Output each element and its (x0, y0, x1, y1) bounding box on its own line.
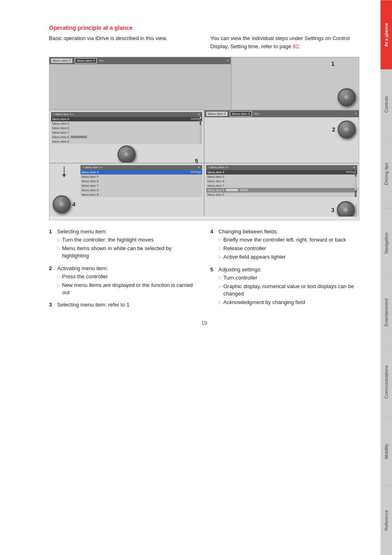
controller-4 (53, 195, 71, 213)
diagram-cell-top-right: 1 (232, 57, 359, 110)
step-5-sub-2-text: Graphic display, numerical value or text… (223, 283, 359, 298)
controller-3 (337, 201, 355, 217)
scrollbar-thumb-3b (355, 190, 356, 197)
step-badge-2: 2 (332, 126, 335, 133)
sidebar-tab-driving-tips[interactable]: Driving tips (381, 139, 392, 208)
intro-left: Basic operation via iDrive is described … (49, 34, 198, 50)
step-5-sub-2: ▷ Graphic display, numerical value or te… (218, 283, 359, 298)
step-4-sub-3: ▷ Active field appears lighter (218, 253, 359, 261)
step-4-title: Changing between fields: (218, 228, 278, 235)
step-5-sub-1: ▷ Turn controller (218, 274, 359, 282)
slider-bar-3 (226, 189, 238, 191)
step-3-num: 3 (49, 302, 55, 308)
menu-item-4-3: Menu item 4 Settings (206, 170, 357, 175)
section-title: Operating principle at a glance (49, 25, 359, 31)
menu-item-6: Menu item 6 (51, 126, 202, 130)
step-2-sub-1-text: Press the controller (62, 273, 108, 280)
step-2-sub-1: ▷ Press the controller (57, 273, 198, 280)
controller-center-1 (344, 94, 350, 100)
page-link[interactable]: 82 (293, 43, 298, 49)
menu-item-7: Menu item 7 (51, 130, 202, 135)
step-1-title: Selecting menu item: (57, 228, 107, 235)
step-badge-4: 4 (72, 201, 76, 208)
diagram-cell-mid-right: Menu item 2 Menu item 3 Mu: ✕ 2 (205, 110, 359, 163)
triangle-arrow-icon-6: ▷ (218, 245, 222, 251)
sidebar-tab-navigation[interactable]: Navigation (381, 208, 392, 278)
menu-header-5: « Menu item 3 » ✕ (51, 112, 202, 117)
step-4-item: 4 Changing between fields: ▷ Briefly mov… (210, 228, 359, 262)
menu-item-4-highlighted: Menu item 4 Settings (80, 170, 202, 175)
menu-item-9c: Menu item 9 (80, 192, 202, 197)
menu-header-text-5: « Menu item 3 » (53, 113, 74, 116)
step-5-title: Adjusting settings: (218, 266, 262, 273)
menu-list-5: Menu item 4 Settings Menu item 5 Menu it… (51, 117, 202, 144)
menu-item-8-3-text: Menu item 8 (207, 188, 224, 192)
diagram-cell-mid-left: « Menu item 3 » ✕ Menu item 4 Settings M… (49, 110, 205, 163)
menu-item-5c: Menu item 5 (80, 175, 202, 179)
step-3-content: Selecting menu item: refer to 1 (57, 302, 198, 308)
menu-item-6c: Menu item 6 (80, 179, 202, 184)
step-2-sub-2-text: New menu items are displayed or the func… (62, 282, 198, 296)
controller-center-5 (124, 152, 129, 157)
menu-list-center: Menu item 4 Settings Menu item 5 Menu it… (80, 170, 202, 197)
menu-item-5: Menu item 5 (51, 121, 202, 126)
sidebar-tabs: At a glance Controls Driving tips Naviga… (381, 0, 392, 555)
intro-right: You can view the individual steps under … (210, 34, 359, 50)
step-1-num: 1 (49, 228, 55, 235)
diagram-row-3: 4 « Menu item 3 » ✕ Menu item 4 Settings (49, 163, 359, 217)
scrollbar-thumb-5 (200, 119, 201, 125)
step-2-content: Activating menu item: ▷ Press the contro… (57, 265, 198, 298)
controller-center-4 (59, 201, 65, 207)
step-4-sub-2-text: Release controller (223, 245, 266, 252)
menu-bar-mr-2: Menu item 3 (230, 111, 252, 116)
numbered-steps: 1 Selecting menu item: ▷ Turn the contro… (49, 228, 359, 312)
triangle-arrow-icon-9: ▷ (218, 283, 222, 289)
triangle-arrow-icon-4: ▷ (57, 282, 60, 288)
step-2-num: 2 (49, 265, 55, 271)
sidebar-tab-controls[interactable]: Controls (381, 69, 392, 139)
menu-header-3-text: « Menu item 3 » (208, 166, 229, 169)
diagram-row-1: Menu item 2 Menu item 3 Mu: ✕ 1 (49, 57, 359, 110)
sidebar-tab-entertainment[interactable]: Entertainment (381, 278, 392, 347)
step-5-sub-1-text: Turn controller (223, 274, 257, 282)
menu-header-center-text: « Menu item 3 » (82, 166, 103, 169)
controller-wrapper-5: 5 (49, 145, 204, 163)
page-number: 19 (49, 320, 359, 326)
menu-list-3: Menu item 4 Settings Menu item 5 Menu it… (206, 170, 357, 197)
step-4-sub-1: ▷ Briefly move the controller left, righ… (218, 236, 359, 244)
step-5-sub-3: ▷ Acknowledgment by changing field (218, 299, 359, 306)
triangle-arrow-icon-10: ▷ (218, 299, 222, 305)
scrollbar-5 (200, 117, 201, 144)
menu-bar-top: Menu item 2 Menu item 3 Mu: ✕ (49, 57, 231, 64)
step-5-num: 5 (210, 266, 216, 273)
sidebar-tab-at-a-glance[interactable]: At a glance (381, 0, 392, 69)
step-4-sub-3-text: Active field appears lighter (223, 253, 285, 261)
menu-item-7-3: Menu item 7 (206, 184, 357, 188)
down-arrow-4 (60, 167, 68, 180)
sidebar-tab-mobility[interactable]: Mobility (381, 416, 392, 486)
step-badge-5: 5 (195, 158, 198, 163)
menu-item-4-selected: Menu item 4 Settings (51, 117, 202, 121)
diagram-cell-bot-right: « Menu item 3 » ✕ Menu item 4 Settings M… (205, 163, 359, 217)
watermark: V31210034 (354, 204, 357, 218)
slider-bar-3b (240, 189, 248, 191)
sidebar-tab-reference[interactable]: Reference (381, 486, 392, 555)
ctrl-row-4: 4 (53, 195, 76, 213)
step-1-sub-1-text: Turn the controller; the highlight moves (62, 236, 154, 244)
step-2-title: Activating menu item: (57, 265, 108, 271)
step-2-sub-2: ▷ New menu items are displayed or the fu… (57, 282, 198, 296)
steps-left-col: 1 Selecting menu item: ▷ Turn the contro… (49, 228, 198, 312)
menu-panel-3: « Menu item 3 » ✕ Menu item 4 Settings M… (205, 163, 359, 199)
menu-item-5-3: Menu item 5 (206, 175, 357, 179)
close-icon: ✕ (226, 59, 229, 63)
menu-bar-item-2: Menu item 3 (75, 58, 97, 63)
controller-center-3 (343, 207, 349, 213)
intro-columns: Basic operation via iDrive is described … (49, 34, 359, 50)
close-icon-mr: ✕ (354, 112, 357, 116)
diagram-row-2: « Menu item 3 » ✕ Menu item 4 Settings M… (49, 110, 359, 163)
triangle-arrow-icon-3: ▷ (57, 273, 60, 280)
menu-close-center: ✕ (198, 166, 200, 169)
sidebar-tab-communications[interactable]: Communications (381, 347, 392, 416)
slider-bar-5 (71, 136, 87, 138)
step-3-item: 3 Selecting menu item: refer to 1 (49, 302, 198, 308)
